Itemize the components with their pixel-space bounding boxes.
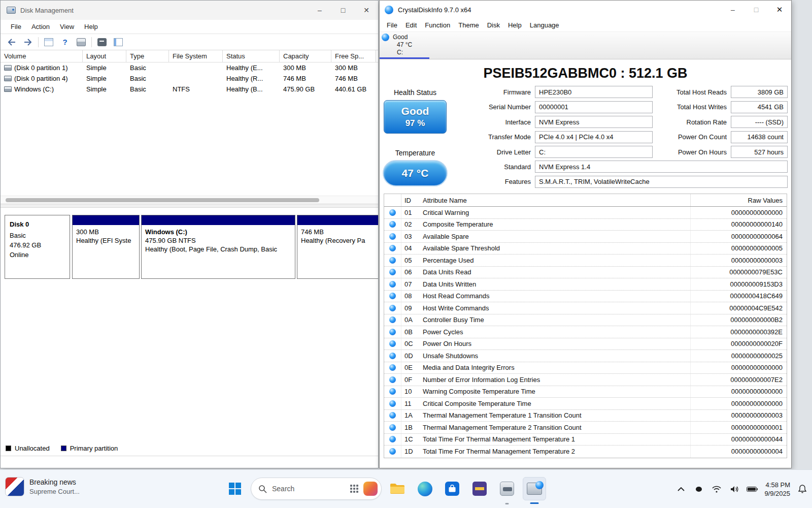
taskbar-app-file-explorer[interactable] — [386, 477, 409, 500]
smart-row[interactable]: 0B Power Cycles 0000000000392E — [384, 326, 787, 338]
smart-attribute-name: Power On Hours — [420, 340, 690, 347]
keypad-icon[interactable] — [350, 485, 358, 493]
smart-good-orb-icon — [389, 316, 396, 323]
dm-column-header[interactable]: Capacity — [280, 50, 331, 62]
smart-id: 07 — [401, 280, 420, 288]
taskbar-app-cpuz[interactable] — [468, 477, 491, 500]
field-value: C: — [535, 146, 653, 158]
network-tray-icon[interactable] — [711, 482, 722, 497]
smart-header-raw[interactable]: Raw Values — [690, 194, 787, 206]
smart-row[interactable]: 0D Unsafe Shutdowns 00000000000025 — [384, 350, 787, 362]
cdi-menu-item[interactable]: Help — [504, 20, 526, 30]
smart-row[interactable]: 0E Media and Data Integrity Errors 00000… — [384, 362, 787, 374]
partition-block[interactable]: 746 MB Healthy (Recovery Pa — [297, 215, 378, 279]
smart-row[interactable]: 06 Data Units Read 0000000079E53C — [384, 267, 787, 279]
dm-column-header[interactable]: Free Sp... — [331, 50, 376, 62]
dm-volume-list-pane: VolumeLayoutTypeFile SystemStatusCapacit… — [1, 50, 378, 204]
smart-row[interactable]: 1B Thermal Management Temperature 2 Tran… — [384, 422, 787, 434]
disk-management-titlebar[interactable]: Disk Management – □ ✕ — [1, 1, 378, 20]
dm-column-header[interactable]: Status — [223, 50, 280, 62]
smart-row[interactable]: 01 Critical Warning 00000000000000 — [384, 207, 787, 219]
volume-drive-icon — [4, 65, 12, 71]
smart-row[interactable]: 1C Total Time For Thermal Management Tem… — [384, 434, 787, 446]
dm-column-header[interactable]: Type — [126, 50, 169, 62]
dm-menu-item[interactable]: Action — [26, 21, 55, 33]
temperature-button[interactable]: 47 °C — [383, 160, 448, 186]
smart-row[interactable]: 1A Thermal Management Temperature 1 Tran… — [384, 410, 787, 422]
cdi-menu-item[interactable]: Edit — [401, 20, 421, 30]
smart-row[interactable]: 03 Available Spare 00000000000064 — [384, 231, 787, 243]
battery-tray-icon[interactable] — [747, 482, 758, 497]
cdi-menu-item[interactable]: Disk — [483, 20, 504, 30]
smart-row[interactable]: 09 Host Write Commands 00000004C9E542 — [384, 302, 787, 314]
smart-row[interactable]: 0C Power On Hours 0000000000020F — [384, 338, 787, 351]
forward-button[interactable] — [22, 36, 34, 48]
search-highlight-icon[interactable] — [363, 482, 378, 496]
taskbar-app-store[interactable] — [441, 477, 464, 500]
news-widget[interactable]: Breaking news Supreme Court... — [5, 477, 80, 496]
drive-selector-item[interactable]: Good 47 °C C: — [382, 34, 430, 56]
smart-id: 04 — [401, 244, 420, 252]
dm-menu-item[interactable]: View — [55, 21, 79, 33]
hidden-icons-button[interactable] — [675, 482, 687, 497]
cdi-menu-item[interactable]: Language — [526, 20, 563, 30]
cdi-menu-item[interactable]: File — [383, 20, 401, 30]
smart-row[interactable]: 11 Critical Composite Temperature Time 0… — [384, 398, 787, 410]
console-tree-button[interactable] — [43, 36, 55, 48]
dm-column-header[interactable]: Layout — [83, 50, 126, 62]
smart-header-id[interactable]: ID — [401, 197, 420, 204]
smart-row[interactable]: 05 Percentage Used 00000000000003 — [384, 255, 787, 267]
dm-pane-splitter[interactable] — [1, 204, 378, 208]
health-status-button[interactable]: Good 97 % — [384, 100, 447, 134]
smart-good-orb-icon — [389, 424, 396, 431]
partition-block[interactable]: 300 MB Healthy (EFI Syste — [72, 215, 140, 279]
smart-row[interactable]: 02 Composite Temperature 00000000000140 — [384, 219, 787, 231]
volume-row[interactable]: Windows (C:) Simple Basic NTFS Healthy (… — [1, 84, 378, 94]
disk-view-button[interactable] — [75, 36, 87, 48]
dm-column-header[interactable]: Volume — [1, 50, 83, 62]
smart-header-name[interactable]: Attribute Name — [420, 197, 690, 204]
cdi-titlebar[interactable]: CrystalDiskInfo 9.7.0 x64 – □ ✕ — [380, 1, 791, 19]
back-button[interactable] — [6, 36, 18, 48]
smart-row[interactable]: 0A Controller Busy Time 000000000000B2 — [384, 314, 787, 327]
dm-close-button[interactable]: ✕ — [355, 1, 378, 20]
volume-row[interactable]: (Disk 0 partition 1) Simple Basic Health… — [1, 62, 378, 73]
smart-row[interactable]: 04 Available Spare Threshold 00000000000… — [384, 243, 787, 255]
taskbar-app-disk-management[interactable] — [495, 477, 519, 500]
volume-row[interactable]: (Disk 0 partition 4) Simple Basic Health… — [1, 73, 378, 84]
partition-block[interactable]: Windows (C:) 475.90 GB NTFS Healthy (Boo… — [141, 215, 295, 279]
dm-minimize-button[interactable]: – — [308, 1, 331, 20]
info-field-row: Interface NVM Express — [451, 116, 653, 128]
dm-scrollbar-thumb[interactable] — [6, 198, 319, 202]
smart-row[interactable]: 08 Host Read Commands 0000000418C649 — [384, 291, 787, 303]
smart-row[interactable]: 10 Warning Composite Temperature Time 00… — [384, 386, 787, 398]
notification-center-button[interactable] — [797, 482, 808, 497]
info-field-row: Transfer Mode PCIe 4.0 x4 | PCIe 4.0 x4 — [451, 131, 653, 143]
help-button[interactable]: ? — [59, 36, 71, 48]
start-button[interactable] — [223, 477, 247, 500]
smart-row[interactable]: 07 Data Units Written 000000009153D3 — [384, 278, 787, 291]
taskbar-app-edge[interactable] — [413, 477, 436, 500]
smart-row[interactable]: 1D Total Time For Thermal Management Tem… — [384, 446, 787, 458]
dm-toolbar: ? — [1, 34, 378, 50]
cdi-maximize-button[interactable]: □ — [745, 1, 768, 19]
taskbar-app-crystaldiskinfo[interactable] — [523, 477, 546, 500]
smart-raw-value: 00000000000005 — [690, 243, 787, 255]
smart-row[interactable]: 0F Number of Error Information Log Entri… — [384, 374, 787, 386]
cdi-close-button[interactable]: ✕ — [768, 1, 791, 19]
action-dialog-button[interactable] — [96, 36, 108, 48]
dm-menu-item[interactable]: File — [6, 21, 26, 33]
dm-maximize-button[interactable]: □ — [331, 1, 355, 20]
dm-column-header[interactable]: File System — [169, 50, 223, 62]
dm-horizontal-scrollbar[interactable] — [1, 196, 378, 204]
cdi-menu-item[interactable]: Theme — [454, 20, 483, 30]
pen-tray-icon[interactable] — [693, 482, 704, 497]
cdi-minimize-button[interactable]: – — [721, 1, 745, 19]
volume-tray-icon[interactable] — [729, 482, 740, 497]
search-box[interactable]: Search — [251, 478, 382, 500]
cdi-menu-item[interactable]: Function — [421, 20, 454, 30]
dm-menu-item[interactable]: Help — [79, 21, 103, 33]
taskbar-clock[interactable]: 4:58 PM 9/9/2025 — [764, 481, 790, 498]
disk0-info-box[interactable]: Disk 0 Basic 476.92 GB Online — [5, 215, 70, 279]
properties-button[interactable] — [112, 36, 124, 48]
